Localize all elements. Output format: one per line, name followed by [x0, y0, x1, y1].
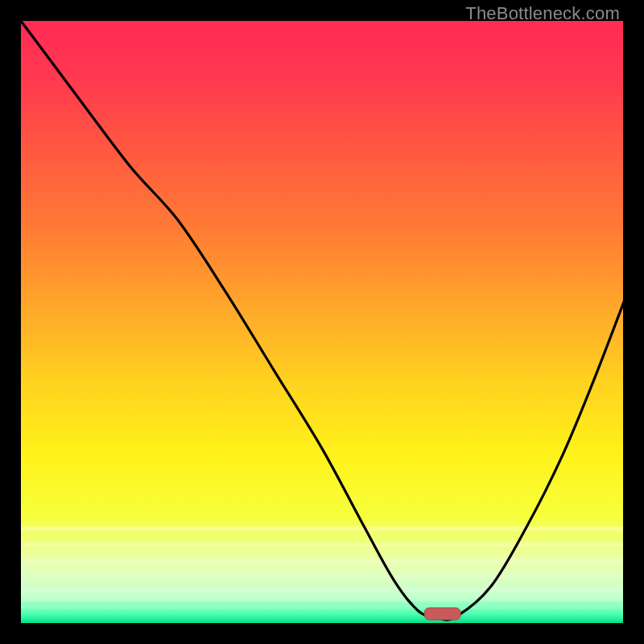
svg-rect-2	[21, 559, 623, 563]
svg-rect-3	[21, 575, 623, 579]
svg-rect-0	[21, 526, 623, 531]
svg-rect-4	[21, 588, 623, 592]
svg-rect-5	[21, 597, 623, 601]
optimal-marker	[424, 608, 460, 620]
watermark-text: TheBottleneck.com	[465, 3, 620, 24]
chart-svg	[21, 21, 623, 623]
chart-frame	[21, 21, 623, 623]
gradient-background	[21, 21, 623, 623]
svg-rect-1	[21, 543, 623, 547]
svg-rect-6	[21, 605, 623, 609]
